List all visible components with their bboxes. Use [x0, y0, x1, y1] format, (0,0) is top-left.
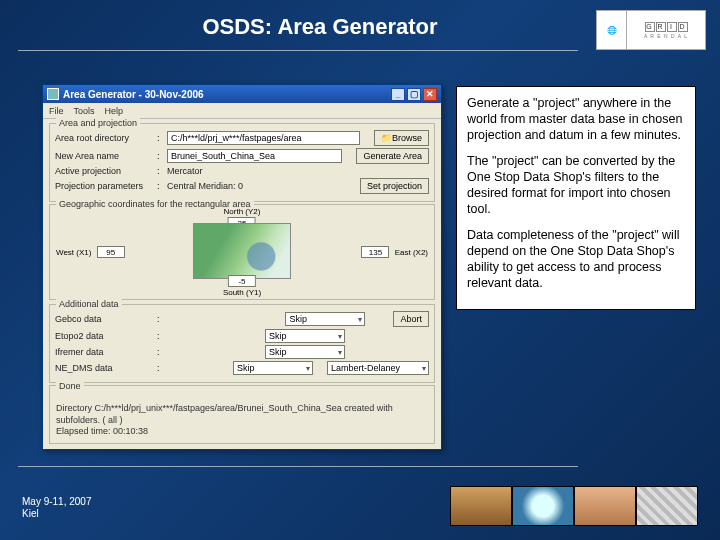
logo-grid-arendal: 🌐 GRID A R E N D A L	[596, 10, 706, 50]
chevron-down-icon: ▾	[338, 348, 342, 357]
done-msg-2: Elapsed time: 00:10:38	[56, 426, 428, 437]
chevron-down-icon: ▾	[338, 332, 342, 341]
unep-icon: 🌐	[597, 11, 627, 49]
menubar: File Tools Help	[43, 103, 441, 119]
gebco-select[interactable]: Skip▾	[285, 312, 365, 326]
browse-button[interactable]: 📁 Browse	[374, 130, 429, 146]
set-projection-button[interactable]: Set projection	[360, 178, 429, 194]
label-nedms: NE_DMS data	[55, 363, 153, 373]
ifremer-select[interactable]: Skip▾	[265, 345, 345, 359]
west-label: West (X1) 95	[56, 246, 125, 258]
panel-additional-data: Additional data Gebco data: Skip▾ Abort …	[49, 304, 435, 383]
thumb-4	[636, 486, 698, 526]
panel-geo-coords: Geographic coordinates for the rectangul…	[49, 204, 435, 300]
label-gebco: Gebco data	[55, 314, 153, 324]
thumb-2	[512, 486, 574, 526]
menu-help[interactable]: Help	[105, 106, 124, 116]
projection-select[interactable]: Lambert-Delaney▾	[327, 361, 429, 375]
footer-thumbnails	[450, 486, 698, 526]
panel-area-projection: Area and projection Area root directory:…	[49, 123, 435, 202]
menu-tools[interactable]: Tools	[74, 106, 95, 116]
description-p2: The "project" can be converted by the On…	[467, 153, 685, 217]
label-root-dir: Area root directory	[55, 133, 153, 143]
maximize-button[interactable]: ▢	[407, 88, 421, 101]
chevron-down-icon: ▾	[306, 364, 310, 373]
panel-title-add: Additional data	[56, 299, 122, 309]
label-area-name: New Area name	[55, 151, 153, 161]
description-p1: Generate a "project" anywhere in the wor…	[467, 95, 685, 143]
logo-text: GRID	[645, 22, 688, 32]
generate-area-button[interactable]: Generate Area	[356, 148, 429, 164]
description-box: Generate a "project" anywhere in the wor…	[456, 86, 696, 310]
done-msg-1: Directory C:/h***ld/prj_unix***/fastpage…	[56, 403, 428, 426]
menu-file[interactable]: File	[49, 106, 64, 116]
thumb-1	[450, 486, 512, 526]
app-window: Area Generator - 30-Nov-2006 _ ▢ ✕ File …	[42, 84, 442, 450]
app-icon	[47, 88, 59, 100]
window-title: Area Generator - 30-Nov-2006	[63, 89, 204, 100]
label-active-projection: Active projection	[55, 166, 153, 176]
slide-title: OSDS: Area Generator	[60, 0, 580, 44]
minimize-button[interactable]: _	[391, 88, 405, 101]
footer: May 9-11, 2007 Kiel	[22, 496, 92, 520]
east-field[interactable]: 135	[361, 246, 389, 258]
label-ifremer: Ifremer data	[55, 347, 153, 357]
footer-place: Kiel	[22, 508, 92, 520]
panel-done: Done Directory C:/h***ld/prj_unix***/fas…	[49, 385, 435, 444]
chevron-down-icon: ▾	[358, 315, 362, 324]
label-etopo2: Etopo2 data	[55, 331, 153, 341]
east-label: 135 East (X2)	[361, 246, 428, 258]
footer-date: May 9-11, 2007	[22, 496, 92, 508]
panel-title: Area and projection	[56, 118, 140, 128]
panel-title-done: Done	[56, 381, 84, 391]
proj-params-value: Central Meridian: 0	[167, 181, 356, 191]
titlebar[interactable]: Area Generator - 30-Nov-2006 _ ▢ ✕	[43, 85, 441, 103]
area-name-field[interactable]: Brunei_South_China_Sea	[167, 149, 342, 163]
logo-subtext: A R E N D A L	[644, 33, 688, 39]
south-field[interactable]: -5	[228, 275, 256, 287]
root-dir-field[interactable]: C:/h***ld/prj_w***/fastpages/area	[167, 131, 360, 145]
south-label: -5 South (Y1)	[223, 275, 261, 297]
chevron-down-icon: ▾	[422, 364, 426, 373]
description-p3: Data completeness of the "project" will …	[467, 227, 685, 291]
nedms-select[interactable]: Skip▾	[233, 361, 313, 375]
label-proj-params: Projection parameters	[55, 181, 153, 191]
divider-bottom	[18, 466, 578, 467]
west-field[interactable]: 95	[97, 246, 125, 258]
etopo2-select[interactable]: Skip▾	[265, 329, 345, 343]
active-projection-value: Mercator	[167, 166, 429, 176]
map-preview	[193, 223, 291, 279]
thumb-3	[574, 486, 636, 526]
abort-button[interactable]: Abort	[393, 311, 429, 327]
close-button[interactable]: ✕	[423, 88, 437, 101]
divider-top	[18, 50, 578, 51]
